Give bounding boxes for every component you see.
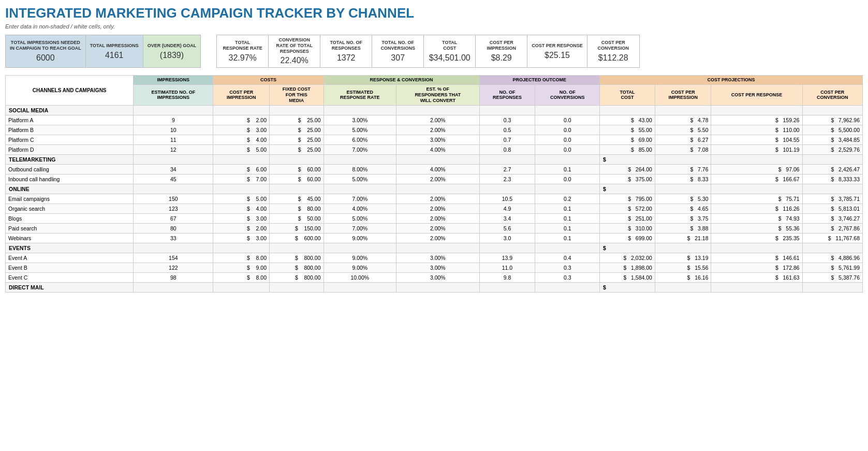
fixed-cost[interactable]: $ 45.00	[269, 194, 323, 203]
est-pct-convert[interactable]: 3.00%	[396, 135, 480, 144]
proj-cpc: $ 2,767.86	[802, 223, 862, 233]
est-response-rate[interactable]: 5.00%	[323, 174, 396, 184]
proj-cpc: $ 3,484.85	[802, 135, 862, 144]
no-conversions: 0.1	[535, 164, 600, 174]
sum-label-total-conversions: TOTAL NO. OFCONVERSIONS	[380, 40, 415, 51]
section-cell	[134, 105, 213, 115]
est-impressions[interactable]: 9	[134, 115, 213, 125]
est-response-rate[interactable]: 3.00%	[323, 115, 396, 125]
est-pct-convert[interactable]: 2.00%	[396, 213, 480, 223]
fixed-cost[interactable]: $ 25.00	[269, 144, 323, 154]
est-impressions[interactable]: 122	[134, 263, 213, 272]
sum-label-total-responses: TOTAL NO. OFRESPONSES	[330, 40, 362, 51]
est-impressions[interactable]: 80	[134, 223, 213, 233]
est-response-rate[interactable]: 7.00%	[323, 144, 396, 154]
est-response-rate[interactable]: 9.00%	[323, 233, 396, 243]
proj-cpc: $ 2,529.76	[802, 144, 862, 154]
est-impressions[interactable]: 150	[134, 194, 213, 203]
est-impressions[interactable]: 34	[134, 164, 213, 174]
proj-cpi: $ 7.76	[655, 164, 711, 174]
est-pct-convert[interactable]: 4.00%	[396, 164, 480, 174]
est-pct-convert[interactable]: 2.00%	[396, 203, 480, 213]
proj-cpc: $ 8,333.33	[802, 174, 862, 184]
no-responses: 0.7	[479, 135, 535, 144]
sum-label-cpi: COST PERIMPRESSION	[487, 40, 516, 51]
est-pct-convert[interactable]: 3.00%	[396, 272, 480, 282]
group-cost-proj: COST PROJECTIONS	[600, 76, 863, 85]
est-impressions[interactable]: 33	[134, 233, 213, 243]
table-row: Event C 98 $ 8.00 $ 800.00 10.00% 3.00% …	[6, 272, 863, 282]
fixed-cost[interactable]: $ 600.00	[269, 233, 323, 243]
cost-per-impression[interactable]: $ 5.00	[213, 144, 270, 154]
cost-per-impression[interactable]: $ 2.00	[213, 223, 270, 233]
cost-per-impression[interactable]: $ 4.00	[213, 203, 270, 213]
fixed-cost[interactable]: $ 800.00	[269, 263, 323, 272]
fixed-cost[interactable]: $ 50.00	[269, 213, 323, 223]
fixed-cost[interactable]: $ 25.00	[269, 115, 323, 125]
est-pct-convert[interactable]: 2.00%	[396, 174, 480, 184]
proj-cpc: $ 5,813.01	[802, 203, 862, 213]
fixed-cost[interactable]: $ 60.00	[269, 174, 323, 184]
est-pct-convert[interactable]: 2.00%	[396, 233, 480, 243]
est-pct-convert[interactable]: 3.00%	[396, 253, 480, 263]
cost-per-impression[interactable]: $ 3.00	[213, 233, 270, 243]
fixed-cost[interactable]: $ 800.00	[269, 253, 323, 263]
fixed-cost[interactable]: $ 60.00	[269, 164, 323, 174]
est-impressions[interactable]: 11	[134, 135, 213, 144]
est-pct-convert[interactable]: 4.00%	[396, 144, 480, 154]
est-pct-convert[interactable]: 2.00%	[396, 194, 480, 203]
section-subtotal: $	[600, 184, 655, 194]
fixed-cost[interactable]: $ 80.00	[269, 203, 323, 213]
est-pct-convert[interactable]: 2.00%	[396, 115, 480, 125]
section-cell	[479, 154, 535, 164]
summary-right: TOTALRESPONSE RATE 32.97% CONVERSIONRATE…	[216, 35, 640, 68]
cost-per-impression[interactable]: $ 4.00	[213, 135, 270, 144]
fixed-cost[interactable]: $ 25.00	[269, 125, 323, 135]
cost-per-impression[interactable]: $ 2.00	[213, 115, 270, 125]
est-response-rate[interactable]: 7.00%	[323, 194, 396, 203]
est-response-rate[interactable]: 6.00%	[323, 135, 396, 144]
est-response-rate[interactable]: 9.00%	[323, 253, 396, 263]
est-pct-convert[interactable]: 2.00%	[396, 223, 480, 233]
est-pct-convert[interactable]: 2.00%	[396, 125, 480, 135]
section-cell	[711, 184, 802, 194]
section-cell	[655, 282, 711, 292]
est-impressions[interactable]: 154	[134, 253, 213, 263]
est-response-rate[interactable]: 9.00%	[323, 263, 396, 272]
cost-per-impression[interactable]: $ 5.00	[213, 194, 270, 203]
cost-per-impression[interactable]: $ 8.00	[213, 272, 270, 282]
section-cell	[213, 105, 270, 115]
channel-name: Organic search	[6, 203, 134, 213]
fixed-cost[interactable]: $ 150.00	[269, 223, 323, 233]
est-response-rate[interactable]: 7.00%	[323, 223, 396, 233]
proj-cpi: $ 5.50	[655, 125, 711, 135]
est-response-rate[interactable]: 5.00%	[323, 125, 396, 135]
est-impressions[interactable]: 10	[134, 125, 213, 135]
total-cost: $ 795.00	[600, 194, 655, 203]
est-impressions[interactable]: 123	[134, 203, 213, 213]
est-pct-convert[interactable]: 3.00%	[396, 263, 480, 272]
est-impressions[interactable]: 98	[134, 272, 213, 282]
est-response-rate[interactable]: 8.00%	[323, 164, 396, 174]
cost-per-impression[interactable]: $ 3.00	[213, 213, 270, 223]
est-response-rate[interactable]: 10.00%	[323, 272, 396, 282]
section-subtotal: $	[600, 282, 655, 292]
total-cost: $ 85.00	[600, 144, 655, 154]
section-label: TELEMARKETING	[6, 154, 134, 164]
cost-per-impression[interactable]: $ 9.00	[213, 263, 270, 272]
cost-per-impression[interactable]: $ 8.00	[213, 253, 270, 263]
est-impressions[interactable]: 67	[134, 213, 213, 223]
cost-per-impression[interactable]: $ 7.00	[213, 174, 270, 184]
est-response-rate[interactable]: 5.00%	[323, 213, 396, 223]
est-response-rate[interactable]: 4.00%	[323, 203, 396, 213]
cost-per-impression[interactable]: $ 6.00	[213, 164, 270, 174]
section-cell	[396, 105, 480, 115]
section-cell	[213, 154, 270, 164]
no-responses: 2.3	[479, 174, 535, 184]
est-impressions[interactable]: 45	[134, 174, 213, 184]
est-impressions[interactable]: 12	[134, 144, 213, 154]
proj-cpr: $ 172.86	[711, 263, 802, 272]
fixed-cost[interactable]: $ 25.00	[269, 135, 323, 144]
fixed-cost[interactable]: $ 800.00	[269, 272, 323, 282]
cost-per-impression[interactable]: $ 3.00	[213, 125, 270, 135]
